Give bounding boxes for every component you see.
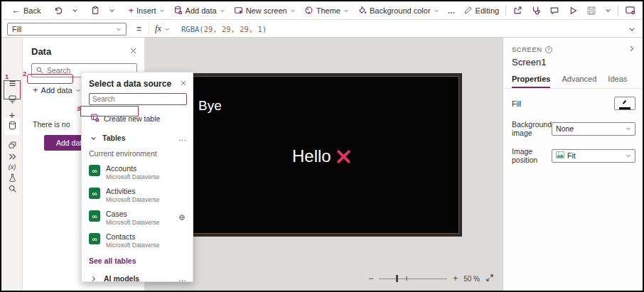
data-nav-item-selected[interactable] — [5, 118, 19, 135]
flyout-search-box[interactable] — [89, 93, 187, 105]
flyout-search-input[interactable] — [92, 95, 183, 103]
undo-icon — [53, 6, 63, 16]
color-dropper-icon — [621, 98, 628, 107]
publish-button[interactable] — [621, 5, 640, 16]
media-icon[interactable] — [6, 139, 18, 151]
chevron-down-icon — [626, 126, 631, 131]
theme-icon — [304, 6, 313, 15]
zoom-out-button[interactable]: − — [368, 274, 373, 283]
power-automate-icon[interactable] — [6, 151, 18, 162]
canvas-area: Bye Hello − + 50 % — [145, 38, 503, 291]
see-all-tables-link[interactable]: See all tables — [89, 256, 186, 265]
select-data-source-flyout: Select a data source Create new table Ta… — [81, 72, 193, 282]
comments-button[interactable] — [545, 6, 564, 16]
formula-bar: Fill = fx RGBA(29, 29, 29, 1) — [1, 21, 643, 38]
flyout-title: Select a data source — [89, 79, 180, 89]
data-panel-title: Data — [31, 46, 129, 57]
left-navigation-rail: + (x) — [1, 38, 23, 291]
search-icon[interactable] — [6, 183, 18, 194]
zoom-percentage[interactable]: 50 % — [463, 275, 480, 283]
dataverse-table-icon: ∞ — [89, 165, 100, 176]
advanced-tools-icon[interactable] — [6, 172, 18, 183]
chevron-down-icon — [159, 8, 165, 13]
add-data-menu[interactable]: Add data — [169, 6, 230, 15]
formula-bar-expand[interactable] — [628, 26, 635, 33]
table-plus-icon — [90, 113, 100, 124]
clipboard-icon — [91, 6, 100, 15]
background-image-select[interactable]: None — [552, 122, 635, 136]
offline-globe-icon — [178, 214, 186, 222]
ai-models-group[interactable]: AI models … — [90, 274, 187, 283]
properties-panel: SCREEN ? Screen1 Properties Advanced Ide… — [503, 38, 643, 291]
new-screen-menu[interactable]: New screen — [230, 6, 300, 15]
hello-group[interactable]: Hello — [292, 146, 351, 166]
preview-play-button[interactable] — [564, 6, 582, 16]
ai-models-more-button[interactable]: … — [178, 274, 187, 283]
chevron-down-icon — [75, 87, 81, 93]
paste-button[interactable] — [87, 6, 104, 15]
fill-color-swatch — [619, 107, 630, 109]
tree-view-icon[interactable] — [6, 93, 18, 104]
theme-menu[interactable]: Theme — [300, 6, 353, 15]
selected-element-type: SCREEN — [512, 45, 542, 53]
table-item-contacts[interactable]: ∞ ContactsMicrosoft Dataverse — [89, 232, 187, 249]
zoom-slider[interactable] — [379, 274, 447, 283]
chevron-down-icon — [90, 135, 97, 141]
fx-dropdown[interactable]: fx — [149, 21, 176, 37]
table-item-accounts[interactable]: ∞ AccountsMicrosoft Dataverse — [89, 164, 187, 180]
chevron-down-icon — [434, 8, 439, 13]
divider — [618, 6, 618, 16]
save-button[interactable] — [582, 6, 601, 16]
menu-icon[interactable] — [6, 77, 18, 89]
insert-menu[interactable]: + Insert — [124, 5, 168, 16]
image-position-select[interactable]: Fit — [552, 149, 635, 163]
dataverse-table-icon: ∞ — [89, 233, 100, 244]
app-screen-preview[interactable]: Bye Hello — [188, 73, 462, 237]
top-toolbar: ← Back + Insert — [1, 1, 643, 20]
paste-dropdown[interactable] — [104, 7, 119, 13]
undo-dropdown[interactable] — [68, 7, 82, 13]
variables-icon[interactable]: (x) — [6, 161, 18, 173]
close-icon[interactable] — [180, 80, 187, 88]
plus-icon: + — [128, 5, 134, 16]
panel-collapse-chevron-icon[interactable] — [628, 45, 635, 54]
editing-mode-button[interactable]: Editing — [460, 6, 504, 16]
fullscreen-icon[interactable] — [485, 272, 494, 285]
create-new-table-button[interactable]: Create new table — [90, 113, 186, 124]
equals-sign: = — [136, 24, 141, 34]
tab-properties[interactable]: Properties — [512, 72, 550, 88]
zoom-slider-handle[interactable] — [396, 275, 398, 282]
table-item-activities[interactable]: ∞ ActivitiesMicrosoft Dataverse — [89, 187, 187, 203]
help-icon[interactable]: ? — [545, 46, 552, 53]
chevron-down-icon — [116, 26, 122, 32]
bye-label[interactable]: Bye — [198, 98, 222, 114]
zoom-slider-tick — [406, 276, 407, 281]
property-selector[interactable]: Fill — [7, 23, 127, 36]
background-image-label: Background image — [512, 120, 552, 137]
formula-input[interactable]: RGBA(29, 29, 29, 1) — [181, 25, 267, 33]
tables-more-button[interactable]: … — [178, 134, 187, 142]
app-checker-icon[interactable] — [527, 6, 545, 16]
tables-section-header[interactable]: Tables … — [90, 134, 187, 142]
share-button[interactable] — [508, 6, 527, 16]
more-commands-button[interactable]: … — [444, 6, 460, 15]
fill-color-picker-button[interactable] — [614, 97, 635, 110]
chevron-down-icon — [290, 8, 296, 13]
chevron-down-icon — [220, 8, 225, 13]
zoom-in-button[interactable]: + — [453, 274, 458, 283]
save-dropdown[interactable] — [601, 7, 616, 13]
fill-property-label: Fill — [512, 99, 614, 108]
tab-advanced[interactable]: Advanced — [562, 72, 596, 88]
data-cylinder-icon — [8, 120, 17, 133]
screen1-surface[interactable]: Bye Hello — [190, 76, 459, 234]
background-color-menu[interactable]: Background color — [353, 6, 444, 15]
pencil-icon — [464, 6, 473, 16]
tab-ideas[interactable]: Ideas — [608, 72, 627, 88]
close-icon[interactable] — [129, 45, 137, 58]
table-item-cases[interactable]: ∞ CasesMicrosoft Dataverse — [89, 210, 187, 226]
chevron-down-icon — [343, 8, 349, 13]
current-environment-label: Current environment — [89, 149, 186, 158]
undo-button[interactable] — [49, 6, 68, 16]
image-thumbnail-icon — [556, 151, 564, 160]
back-button[interactable]: ← Back — [7, 5, 45, 16]
